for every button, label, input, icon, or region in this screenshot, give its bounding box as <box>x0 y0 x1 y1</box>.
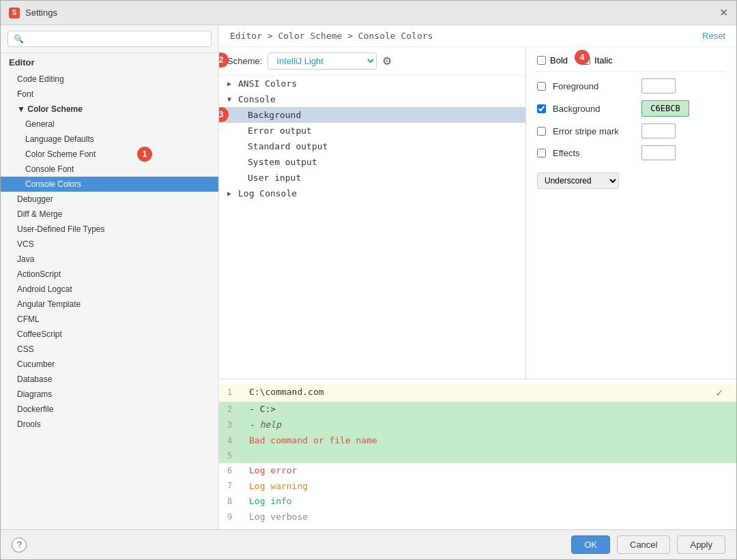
underscored-row: Underscored Underwaved Bordered Box Stri… <box>537 167 725 189</box>
tree-node-user-input[interactable]: User input <box>219 170 525 186</box>
preview-line-5: 5 <box>219 449 736 463</box>
sidebar-item-angular-template[interactable]: Angular Template <box>1 297 218 312</box>
tree-node-log-console[interactable]: ▶ Log Console <box>219 186 525 201</box>
italic-checkbox-row: 4 Italic <box>581 55 613 65</box>
settings-window: S Settings ✕ Editor Code Editing Font ▼ … <box>0 0 737 560</box>
sidebar-item-diagrams[interactable]: Diagrams <box>1 387 218 402</box>
preview-line-7: 7 Log warning <box>219 479 736 495</box>
line-number: 9 <box>227 511 241 524</box>
apply-button[interactable]: Apply <box>677 535 725 554</box>
cancel-button[interactable]: Cancel <box>617 535 670 554</box>
tree-node-standard-output[interactable]: Standard output <box>219 138 525 154</box>
sidebar-item-console-font[interactable]: Console Font <box>1 162 218 177</box>
checkmark-icon: ✓ <box>716 384 728 402</box>
tree-node-ansi-colors[interactable]: ▶ ANSI Colors <box>219 76 525 91</box>
sidebar-item-actionscript[interactable]: ActionScript <box>1 267 218 282</box>
effects-checkbox[interactable] <box>537 149 546 158</box>
sidebar-item-database[interactable]: Database <box>1 372 218 387</box>
sidebar-item-cfml[interactable]: CFML <box>1 312 218 327</box>
sidebar-editor-header[interactable]: Editor <box>1 53 218 72</box>
italic-label: Italic <box>594 55 613 65</box>
sidebar-item-language-defaults[interactable]: Language Defaults <box>1 132 218 147</box>
sidebar-item-java[interactable]: Java <box>1 252 218 267</box>
foreground-checkbox[interactable] <box>537 82 546 91</box>
toggle-icon: ▶ <box>227 80 238 87</box>
sidebar-item-code-editing[interactable]: Code Editing <box>1 72 218 87</box>
preview-text: Bad command or file name <box>249 434 377 448</box>
format-options-row: Bold 4 Italic <box>537 55 725 72</box>
line-number: 3 <box>227 419 241 432</box>
annotation-4: 4 <box>575 50 590 65</box>
bold-checkbox[interactable] <box>537 56 546 65</box>
sidebar-item-cucumber[interactable]: Cucumber <box>1 357 218 372</box>
sidebar: Editor Code Editing Font ▼ Color Scheme … <box>1 25 219 529</box>
sidebar-nav: Editor Code Editing Font ▼ Color Scheme … <box>1 53 218 529</box>
search-box <box>1 25 218 53</box>
error-stripe-checkbox[interactable] <box>537 127 546 136</box>
bold-label: Bold <box>550 55 568 65</box>
sidebar-item-drools[interactable]: Drools <box>1 417 218 432</box>
title-bar-left: S Settings <box>9 8 57 18</box>
underscored-select[interactable]: Underscored Underwaved Bordered Box Stri… <box>537 173 619 189</box>
search-input[interactable] <box>8 31 212 47</box>
tree-node-label: ANSI Colors <box>238 78 297 89</box>
sidebar-item-console-colors[interactable]: Console Colors <box>1 177 218 192</box>
breadcrumb-bar: Editor > Color Scheme > Console Colors R… <box>219 25 736 47</box>
foreground-label: Foreground <box>553 81 635 91</box>
sidebar-item-debugger[interactable]: Debugger <box>1 192 218 207</box>
preview-text: Log error <box>249 464 297 478</box>
sidebar-item-coffeescript[interactable]: CoffeeScript <box>1 327 218 342</box>
toggle-icon: ▼ <box>227 95 238 103</box>
help-button[interactable]: ? <box>12 537 27 552</box>
tree-node-label: System output <box>248 157 317 167</box>
preview-panel: 1 C:\command.com ✓ 2 - C:> 3 - help <box>219 379 736 529</box>
tree-node-error-output[interactable]: Error output <box>219 123 525 138</box>
scheme-label: Scheme: <box>227 56 262 66</box>
error-stripe-label: Error stripe mark <box>553 126 635 136</box>
tree-node-system-output[interactable]: System output <box>219 154 525 170</box>
line-number: 7 <box>227 480 241 492</box>
preview-text: - C:> <box>249 402 276 417</box>
annotation-3: 3 <box>219 107 229 122</box>
background-row: Background C6EBCB <box>537 100 725 117</box>
main-content: Editor Code Editing Font ▼ Color Scheme … <box>1 25 736 529</box>
sidebar-item-color-scheme-font[interactable]: Color Scheme Font <box>1 147 218 162</box>
tree-node-console[interactable]: ▼ Console <box>219 91 525 107</box>
sidebar-item-diff-merge[interactable]: Diff & Merge <box>1 207 218 222</box>
preview-text: C:\command.com <box>249 385 324 400</box>
sidebar-item-vcs[interactable]: VCS <box>1 237 218 252</box>
tree-node-label: Error output <box>248 126 312 136</box>
gear-icon[interactable]: ⚙ <box>382 55 392 68</box>
window-title: Settings <box>25 8 57 18</box>
sidebar-item-user-defined-file-types[interactable]: User-Defined File Types <box>1 222 218 237</box>
tree-node-label: Background <box>248 110 301 120</box>
breadcrumb: Editor > Color Scheme > Console Colors <box>230 31 433 41</box>
sidebar-item-color-scheme[interactable]: ▼ Color Scheme <box>1 102 218 117</box>
ok-button[interactable]: OK <box>571 535 610 554</box>
foreground-color-swatch[interactable] <box>641 78 676 93</box>
preview-line-2: 2 - C:> <box>219 402 736 417</box>
line-number: 1 <box>227 386 241 399</box>
preview-line-8: 8 Log info <box>219 494 736 510</box>
background-color-input[interactable]: C6EBCB <box>641 100 689 117</box>
background-checkbox[interactable] <box>537 104 546 113</box>
app-icon: S <box>9 8 20 18</box>
preview-line-9: 9 Log verbose <box>219 510 736 525</box>
close-button[interactable]: ✕ <box>719 6 728 19</box>
preview-line-4: 4 Bad command or file name <box>219 433 736 449</box>
sidebar-item-general[interactable]: General <box>1 117 218 132</box>
tree-node-label: User input <box>248 173 301 183</box>
preview-line-6: 6 Log error <box>219 463 736 479</box>
background-label: Background <box>553 104 635 114</box>
tree-node-background[interactable]: 3 Background <box>219 107 525 123</box>
line-number: 2 <box>227 403 241 416</box>
sidebar-item-font[interactable]: Font <box>1 87 218 102</box>
scheme-select[interactable]: IntelliJ Light Darcula High Contrast <box>268 53 377 70</box>
reset-button[interactable]: Reset <box>702 31 725 41</box>
sidebar-item-android-logcat[interactable]: Android Logcat <box>1 282 218 297</box>
line-number: 5 <box>227 450 241 462</box>
effects-color-swatch[interactable] <box>641 145 676 160</box>
error-stripe-color-swatch[interactable] <box>641 123 676 138</box>
sidebar-item-css[interactable]: CSS <box>1 342 218 357</box>
sidebar-item-dockerfile[interactable]: Dockerfile <box>1 402 218 417</box>
